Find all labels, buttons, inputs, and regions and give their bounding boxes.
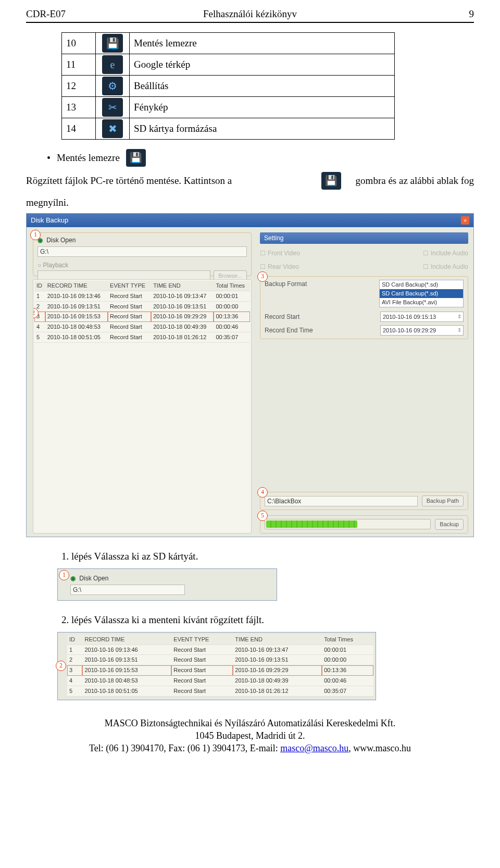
table-header: TIME END [151,281,214,291]
record-start-spinner[interactable]: 2010-10-16 09:15:13 [380,312,464,322]
table-cell: 00:13:36 [322,665,373,676]
disk-path-input[interactable] [38,246,247,257]
disk-backup-screenshot: Disk Backup × 1 ◉ Disk Open ○ Playback B [26,213,474,537]
table-cell: 3 [67,665,82,676]
table-cell: Record Start [108,332,151,343]
table-row[interactable]: 32010-10-16 09:15:53Record Start2010-10-… [34,312,250,322]
recordings-table[interactable]: IDRECORD TIMEEVENT TYPETIME ENDTotal Tim… [34,281,250,343]
table-header: EVENT TYPE [108,281,151,291]
page-footer: MASCO Biztonságtechnikai és Nyílászáró A… [26,717,474,755]
format-option[interactable]: SD Card Backup(*.sd) [380,280,463,289]
backup-format-label: Backup Format [265,280,307,288]
table-cell: 2010-10-18 00:48:53 [82,676,171,686]
table-cell: 2010-10-18 01:26:12 [151,332,214,343]
icon-row-label: Beállítás [130,75,395,96]
table-header: Total Times [214,281,250,291]
footer-line-1: MASCO Biztonságtechnikai és Nyílászáró A… [26,717,474,729]
marker-2-snippet: 2 [56,661,66,671]
settings-icon: ⚙ [102,77,123,95]
table-cell: Record Start [108,291,151,301]
table-header: EVENT TYPE [171,635,233,644]
format-sd-icon-cell: ✖ [96,118,130,139]
table-cell: 2010-10-16 09:13:47 [233,644,322,655]
icon-row-label: SD kártya formázása [130,118,395,139]
google-maps-icon: e [102,55,123,74]
checkbox-icon: ☐ [260,250,266,257]
table-row[interactable]: 42010-10-18 00:48:53Record Start2010-10-… [67,676,373,686]
table-header: Total Times [322,635,373,644]
disk-open-label-snippet: Disk Open [79,575,108,582]
footer-email-link[interactable]: masco@masco.hu [280,743,348,753]
backup-path-button[interactable]: Backup Path [422,495,464,506]
save-icon: 💾 [126,149,146,167]
table-cell: 2010-10-18 00:51:05 [45,332,108,343]
icon-reference-table: 10💾Mentés lemezre11eGoogle térkép12⚙Beál… [61,32,395,140]
backup-format-select[interactable]: SD Card Backup(*.sd)SD Card Backup(*.sd)… [379,280,464,307]
front-video-label: Front Video [268,250,300,257]
format-sd-icon: ✖ [102,119,123,138]
table-row[interactable]: 12010-10-16 09:13:46Record Start2010-10-… [67,644,373,655]
record-end-spinner[interactable]: 2010-10-16 09:29:29 [380,325,464,336]
recordings-snippet: 2 IDRECORD TIMEEVENT TYPETIME ENDTotal T… [57,632,376,700]
bullet-text: Mentés lemezre [57,151,120,165]
checkbox-icon: ☐ [260,263,266,270]
bullet-dot: • [47,153,51,163]
save-icon-cell: 💾 [96,32,130,54]
table-cell: Record Start [171,655,233,665]
table-cell: 00:00:00 [322,655,373,665]
table-cell: 00:00:01 [322,644,373,655]
table-cell: 5 [34,332,45,343]
marker-1-snippet: 1 [59,570,69,580]
icon-row-number: 12 [62,75,96,96]
table-cell: 00:00:46 [214,322,250,332]
icon-row-label: Fénykép [130,96,395,118]
table-header: TIME END [233,635,322,644]
table-cell: 4 [67,676,82,686]
table-cell: 2010-10-16 09:15:53 [82,665,171,676]
table-cell: 2010-10-18 01:26:12 [233,686,322,696]
table-cell: 00:00:01 [214,291,250,301]
format-option[interactable]: SD Card Backup(*.sd) [380,289,463,298]
icon-row-number: 13 [62,96,96,118]
radio-on-icon[interactable]: ◉ [70,575,76,582]
table-cell: Record Start [108,301,151,312]
backup-progress [265,519,431,529]
table-row[interactable]: 32010-10-16 09:15:53Record Start2010-10-… [67,665,373,676]
checkbox-icon: ☐ [423,263,429,270]
table-cell: 1 [67,644,82,655]
save-icon: 💾 [102,34,123,53]
table-cell: 00:00:46 [322,676,373,686]
table-cell: 2010-10-16 09:15:53 [45,312,108,322]
icon-row-label: Google térkép [130,54,395,75]
snapshot-icon: ✂ [102,98,123,117]
checkbox-icon: ☐ [423,250,429,257]
table-header: ID [34,281,45,291]
table-row[interactable]: 42010-10-18 00:48:53Record Start2010-10-… [34,322,250,332]
table-row[interactable]: 22010-10-16 09:13:51Record Start2010-10-… [34,301,250,312]
footer-line-3b: , www.masco.hu [348,743,411,753]
backup-button[interactable]: Backup [435,519,464,530]
table-cell: 2010-10-16 09:13:46 [82,644,171,655]
format-option[interactable]: AVI File Backup(*.avi) [380,298,463,307]
table-cell: Record Start [171,676,233,686]
disk-path-input-snippet[interactable] [70,585,185,595]
backup-path-input[interactable] [265,496,418,506]
footer-line-3a: Tel: (06 1) 3904170, Fax: (06 1) 3904173… [89,743,280,753]
table-cell: Record Start [108,322,151,332]
table-row[interactable]: 12010-10-16 09:13:46Record Start2010-10-… [34,291,250,301]
table-row[interactable]: 22010-10-16 09:13:51Record Start2010-10-… [67,655,373,665]
doc-header-title: Felhasználói kézikönyv [176,7,325,21]
recordings-table-snippet[interactable]: IDRECORD TIMEEVENT TYPETIME ENDTotal Tim… [67,635,373,697]
paragraph-seg-b: gombra és az alábbi ablak fog [356,174,474,188]
table-row[interactable]: 52010-10-18 00:51:05Record Start2010-10-… [67,686,373,696]
marker-4: 4 [257,487,268,498]
header-rule [26,22,474,23]
save-icon: 💾 [321,172,341,190]
table-cell: 2010-10-16 09:29:29 [233,665,322,676]
close-icon[interactable]: × [461,216,469,225]
radio-off-icon[interactable]: ○ [38,262,41,269]
table-cell: 00:35:07 [214,332,250,343]
table-cell: 2010-10-18 00:49:39 [233,676,322,686]
table-row[interactable]: 52010-10-18 00:51:05Record Start2010-10-… [34,332,250,343]
table-cell: 2010-10-18 00:49:39 [151,322,214,332]
